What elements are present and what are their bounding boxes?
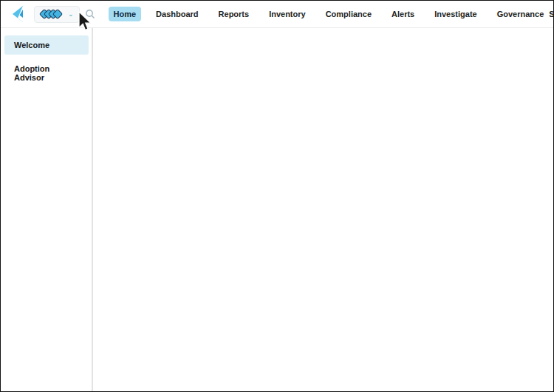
tab-home[interactable]: Home xyxy=(109,7,142,21)
tab-compliance[interactable]: Compliance xyxy=(321,7,377,21)
tenant-selector-dropdown[interactable]: ⌄ xyxy=(34,6,80,23)
main-nav-tabs: Home Dashboard Reports Inventory Complia… xyxy=(109,7,550,21)
sidebar: Welcome Adoption Advisor xyxy=(1,28,93,391)
brand-logo-icon[interactable] xyxy=(10,5,26,23)
app-window: ⌄ Home Dashboard Reports Inventory Compl… xyxy=(0,0,554,392)
settings-button[interactable]: Settings xyxy=(549,10,554,18)
tab-alerts[interactable]: Alerts xyxy=(386,7,420,21)
sidebar-item-welcome[interactable]: Welcome xyxy=(4,35,89,55)
chevron-down-icon: ⌄ xyxy=(68,11,74,18)
tab-dashboard[interactable]: Dashboard xyxy=(151,7,203,21)
tab-governance[interactable]: Governance xyxy=(492,7,550,21)
top-navigation-bar: ⌄ Home Dashboard Reports Inventory Compl… xyxy=(1,1,553,28)
page-body: Welcome Adoption Advisor xyxy=(1,28,553,391)
search-button[interactable] xyxy=(85,9,95,19)
sidebar-item-adoption-advisor[interactable]: Adoption Advisor xyxy=(4,59,89,87)
header-right-cluster: Settings 19% xyxy=(549,7,554,22)
tab-reports[interactable]: Reports xyxy=(213,7,255,21)
search-icon xyxy=(85,9,95,19)
tab-investigate[interactable]: Investigate xyxy=(429,7,482,21)
tenant-diamond-glyphs xyxy=(41,10,61,18)
main-content-area xyxy=(93,28,553,391)
tab-inventory[interactable]: Inventory xyxy=(264,7,311,21)
